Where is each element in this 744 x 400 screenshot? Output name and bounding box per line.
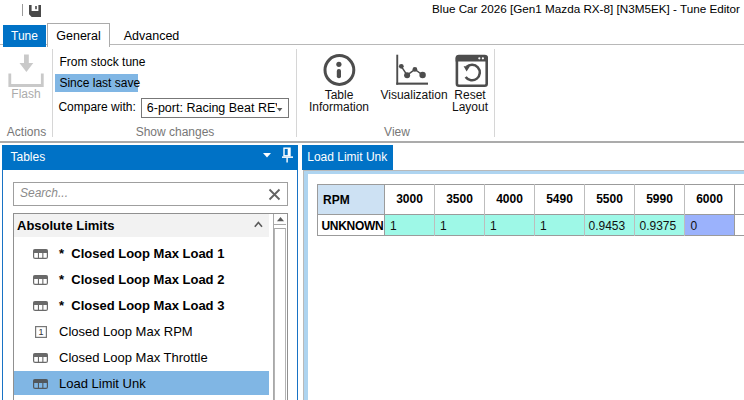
svg-text:1: 1 <box>39 327 44 337</box>
